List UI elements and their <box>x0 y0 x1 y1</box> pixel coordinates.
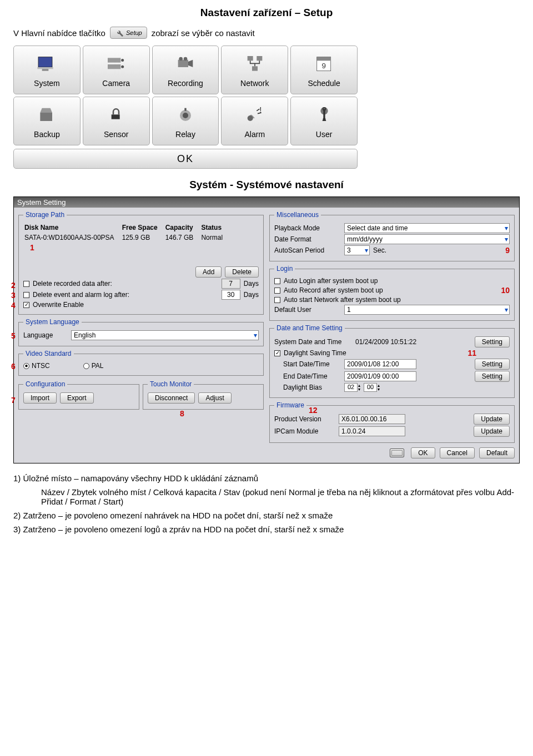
user-icon <box>312 103 336 128</box>
ntsc-label: NTSC <box>32 362 50 370</box>
days-label: Days <box>244 291 259 299</box>
svg-rect-15 <box>316 57 330 61</box>
bias-hours[interactable]: 02▴▾ <box>344 383 360 392</box>
menu-network[interactable]: Network <box>221 46 288 94</box>
menu-backup[interactable]: Backup <box>13 97 81 145</box>
pal-label: PAL <box>92 362 104 370</box>
touch-legend: Touch Monitor <box>148 380 194 388</box>
default-user-value: 1 <box>347 306 351 314</box>
del-rec-days[interactable]: 7 <box>222 279 240 289</box>
autoscan-value: 3 <box>347 246 351 254</box>
default-button[interactable]: Default <box>479 447 515 458</box>
menu-label: User <box>316 130 333 139</box>
menu-label: System <box>34 79 60 88</box>
svg-rect-1 <box>38 67 53 69</box>
delete-button[interactable]: Delete <box>225 266 259 278</box>
sys-datetime-label: System Date and Time <box>274 338 352 346</box>
del-evt-days[interactable]: 30 <box>222 290 240 300</box>
start-setting-button[interactable]: Setting <box>475 359 510 370</box>
auto-network-checkbox[interactable] <box>274 297 280 303</box>
language-legend: System Language <box>23 318 82 326</box>
sys-datetime-setting-button[interactable]: Setting <box>475 336 510 347</box>
pal-radio[interactable]: PAL <box>83 362 104 370</box>
add-button[interactable]: Add <box>195 266 222 278</box>
playback-label: Playback Mode <box>274 224 341 232</box>
import-button[interactable]: Import <box>23 392 57 404</box>
svg-rect-3 <box>108 58 120 62</box>
auto-login-checkbox[interactable] <box>274 278 280 284</box>
start-value[interactable]: 2009/01/08 12:00 <box>344 359 416 369</box>
ntsc-radio[interactable]: ●NTSC <box>23 362 50 370</box>
auto-record-checkbox[interactable] <box>274 288 280 294</box>
firmware-group: Firmware 12 Product Version X6.01.00.00.… <box>269 401 515 443</box>
svg-text:9: 9 <box>321 62 325 70</box>
intro-suffix: zobrazí se výběr co nastavit <box>152 28 255 38</box>
chevron-down-icon: ▾ <box>505 235 508 243</box>
menu-grid: System Camera Recording Network 9 Schedu… <box>13 46 358 145</box>
product-update-button[interactable]: Update <box>474 414 510 425</box>
menu-label: Alarm <box>245 130 265 139</box>
setup-button-label: Setup <box>126 29 142 36</box>
svg-rect-0 <box>38 57 52 67</box>
menu-system[interactable]: System <box>13 46 81 94</box>
disk-row[interactable]: SATA-0:WD1600AAJS-00PSA 125.9 GB 146.7 G… <box>24 233 229 242</box>
end-value[interactable]: 2009/01/09 00:00 <box>344 371 416 381</box>
default-user-select[interactable]: 1 ▾ <box>344 305 510 315</box>
adjust-button[interactable]: Adjust <box>198 392 231 404</box>
bias-minutes[interactable]: 00▴▾ <box>364 383 380 392</box>
annot-11: 11 <box>467 349 476 357</box>
datefmt-label: Date Format <box>274 235 341 243</box>
datefmt-select[interactable]: mm/dd/yyyy ▾ <box>344 234 510 244</box>
export-button[interactable]: Export <box>60 392 94 404</box>
playback-select[interactable]: Select date and time ▾ <box>344 223 510 233</box>
annot-6: 6 <box>11 362 16 371</box>
del-rec-label: Delete recorded data after: <box>33 280 218 288</box>
overwrite-checkbox[interactable]: ✓ <box>23 302 29 308</box>
delete-event-checkbox[interactable] <box>23 292 29 298</box>
cancel-button[interactable]: Cancel <box>440 447 475 458</box>
menu-user[interactable]: User <box>290 97 358 145</box>
panel-title: System Setting <box>14 197 519 208</box>
svg-rect-17 <box>41 113 53 121</box>
ok-button[interactable]: OK <box>411 447 435 458</box>
dst-label: Daylight Saving Time <box>284 349 346 357</box>
menu-relay[interactable]: Relay <box>152 97 219 145</box>
autoscan-select[interactable]: 3 ▾ <box>344 245 370 255</box>
chevron-down-icon: ▾ <box>505 306 508 314</box>
menu-camera[interactable]: Camera <box>83 46 150 94</box>
menu-recording[interactable]: Recording <box>152 46 219 94</box>
setup-button[interactable]: Setup <box>110 27 147 39</box>
menu-schedule[interactable]: 9 Schedule <box>290 46 358 94</box>
svg-rect-7 <box>178 60 188 67</box>
delete-recorded-checkbox[interactable] <box>23 281 29 287</box>
firmware-legend: Firmware <box>274 401 306 409</box>
del-evt-label: Delete event and alarm log after: <box>33 291 218 299</box>
disk-name: SATA-0:WD1600AAJS-00PSA <box>24 233 121 242</box>
disconnect-button[interactable]: Disconnect <box>148 392 195 404</box>
svg-rect-4 <box>108 64 120 69</box>
dst-checkbox[interactable]: ✓ <box>274 350 280 356</box>
config-legend: Configuration <box>23 380 67 388</box>
keyboard-icon[interactable] <box>390 448 404 457</box>
menu-label: Network <box>240 79 269 88</box>
start-label: Start Date/Time <box>274 360 341 368</box>
touch-monitor-group: Touch Monitor Disconnect Adjust 8 <box>143 380 264 410</box>
ipcam-update-button[interactable]: Update <box>474 426 510 437</box>
product-label: Product Version <box>274 415 335 423</box>
col-cap: Capacity <box>165 223 200 232</box>
miscellaneous-group: Miscellaneous Playback Mode Select date … <box>269 211 515 261</box>
auto-record-label: Auto Record after system boot up <box>284 286 383 294</box>
sensor-icon <box>104 103 128 128</box>
svg-point-5 <box>121 59 124 62</box>
col-status: Status <box>201 223 229 232</box>
language-select[interactable]: English ▾ <box>71 330 259 340</box>
menu-alarm[interactable]: ! Alarm <box>221 97 288 145</box>
svg-rect-12 <box>257 56 262 61</box>
end-setting-button[interactable]: Setting <box>475 371 510 382</box>
annot-5: 5 <box>11 331 16 340</box>
menu-ok-button[interactable]: OK <box>13 149 358 169</box>
bias-label: Daylight Bias <box>274 384 341 391</box>
annot-4: 4 <box>11 301 16 310</box>
menu-sensor[interactable]: Sensor <box>83 97 150 145</box>
svg-rect-2 <box>42 69 49 70</box>
